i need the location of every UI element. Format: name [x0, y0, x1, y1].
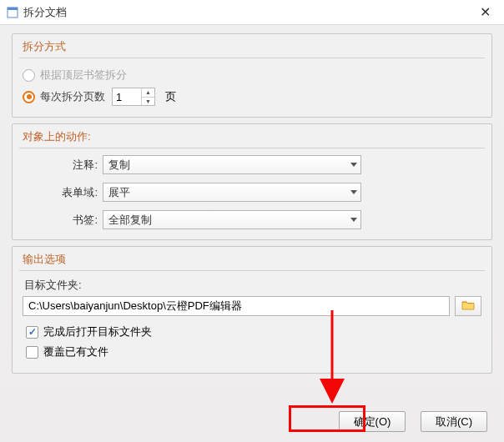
browse-button[interactable] [455, 296, 481, 316]
split-by-pages-label: 每次拆分页数 [40, 89, 105, 104]
annotation-select[interactable]: 复制 [103, 155, 361, 174]
formfield-label: 表单域: [23, 185, 103, 200]
annotation-value: 复制 [108, 158, 130, 173]
spin-down-icon[interactable]: ▼ [142, 98, 154, 106]
split-by-pages-row[interactable]: 每次拆分页数 ▲ ▼ 页 [23, 85, 481, 108]
bookmark-row: 书签: 全部复制 [23, 210, 481, 229]
window-title: 拆分文档 [23, 5, 466, 20]
title-bar: 拆分文档 ✕ [0, 0, 504, 25]
object-actions-title: 对象上的动作: [23, 129, 481, 144]
destination-row [23, 296, 481, 316]
separator [19, 148, 485, 148]
split-by-bookmark-row[interactable]: 根据顶层书签拆分 [23, 65, 481, 85]
app-icon [7, 7, 18, 18]
cancel-button[interactable]: 取消(C) [421, 411, 487, 432]
annotation-row: 注释: 复制 [23, 155, 481, 174]
checkbox-unchecked-icon [26, 346, 38, 359]
output-options-panel: 输出选项 目标文件夹: 完成后打开目标文件夹 覆盖已有文件 [12, 246, 492, 374]
chevron-down-icon [350, 218, 357, 222]
spin-up-icon[interactable]: ▲ [142, 88, 154, 98]
chevron-down-icon [350, 163, 357, 167]
formfield-row: 表单域: 展平 [23, 183, 481, 202]
pages-unit: 页 [165, 89, 176, 104]
open-after-label: 完成后打开目标文件夹 [43, 324, 152, 339]
destination-input[interactable] [23, 296, 450, 316]
close-icon: ✕ [480, 4, 491, 20]
bookmark-select[interactable]: 全部复制 [103, 210, 361, 229]
destination-label: 目标文件夹: [24, 278, 481, 293]
pages-spin-input[interactable] [113, 88, 141, 105]
open-after-row[interactable]: 完成后打开目标文件夹 [26, 324, 481, 339]
checkbox-checked-icon [26, 326, 38, 339]
chevron-down-icon [350, 190, 357, 194]
radio-selected-icon [23, 91, 35, 103]
bookmark-value: 全部复制 [108, 213, 152, 228]
formfield-select[interactable]: 展平 [103, 183, 361, 202]
split-method-panel: 拆分方式 根据顶层书签拆分 每次拆分页数 ▲ ▼ 页 [12, 33, 492, 118]
ok-button[interactable]: 确定(O) [339, 411, 406, 432]
object-actions-panel: 对象上的动作: 注释: 复制 表单域: 展平 书签: 全部复制 [12, 123, 492, 240]
annotation-label: 注释: [23, 158, 103, 173]
svg-rect-1 [8, 8, 18, 10]
separator [19, 58, 485, 58]
formfield-value: 展平 [108, 185, 130, 200]
overwrite-label: 覆盖已有文件 [43, 344, 108, 359]
separator [19, 270, 485, 271]
spin-buttons: ▲ ▼ [141, 88, 154, 105]
folder-icon [461, 299, 475, 313]
dialog-body: 拆分方式 根据顶层书签拆分 每次拆分页数 ▲ ▼ 页 对象上的动作: 注释: [0, 25, 504, 442]
split-by-bookmark-label: 根据顶层书签拆分 [40, 68, 127, 83]
radio-unselected-icon [23, 69, 35, 82]
split-method-title: 拆分方式 [23, 39, 481, 54]
output-options-title: 输出选项 [23, 252, 481, 267]
pages-spin[interactable]: ▲ ▼ [112, 88, 155, 106]
close-button[interactable]: ✕ [466, 0, 504, 25]
dialog-footer: 确定(O) 取消(C) [339, 411, 487, 432]
bookmark-label: 书签: [23, 213, 103, 228]
overwrite-row[interactable]: 覆盖已有文件 [26, 344, 481, 359]
